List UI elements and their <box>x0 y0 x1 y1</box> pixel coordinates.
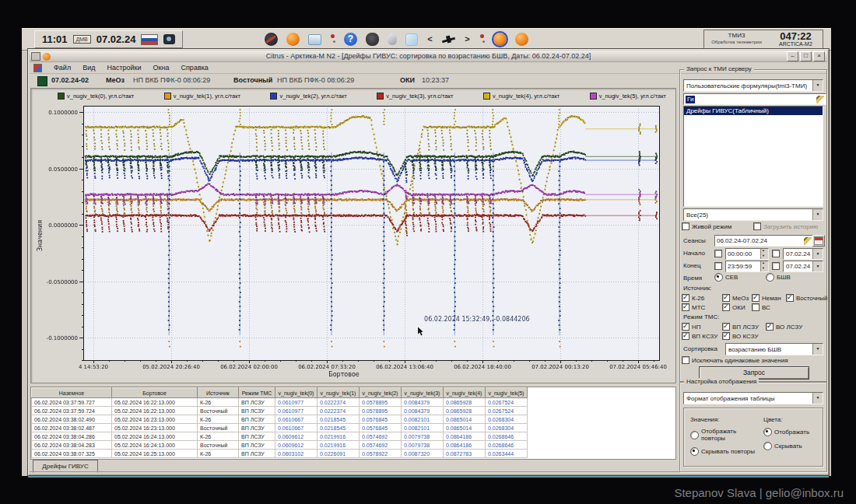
column-header[interactable]: v_nugiv_tek(4) <box>444 388 486 398</box>
radio-option[interactable]: Скрывать <box>763 442 819 450</box>
mouse-icon[interactable] <box>388 33 397 45</box>
checkbox-option[interactable]: Живой режим <box>682 222 753 230</box>
table-row[interactable]: 06.02.2024 03:38:07.32505.02.2024 16:25:… <box>32 450 528 458</box>
checkbox-option[interactable]: К-26 <box>682 294 722 302</box>
radio-option[interactable]: СЕВ <box>714 273 766 282</box>
checkbox-option[interactable]: Загрузить историю <box>753 222 825 230</box>
checkbox-option[interactable]: ВО ЛСЗУ <box>766 323 809 331</box>
checkbox-icon[interactable] <box>682 294 689 302</box>
column-header[interactable]: Наземное <box>32 388 112 398</box>
checkbox-icon[interactable] <box>682 222 689 230</box>
minimize-button[interactable] <box>787 51 798 61</box>
list-item-selected[interactable]: Дрейфы ГИВУС(Табличный) <box>684 107 823 115</box>
column-header[interactable]: v_nugiv_tek(0) <box>275 388 317 398</box>
radio-option[interactable]: Скрывать повторы <box>690 447 760 456</box>
start-date-select[interactable]: 07.02.24 <box>783 248 823 260</box>
checkbox-option[interactable]: ВС <box>752 303 775 311</box>
column-header[interactable]: Источник <box>198 388 239 398</box>
all-select[interactable]: Все(25) <box>683 208 823 221</box>
start-date-checkbox[interactable] <box>772 250 780 257</box>
checkbox-option[interactable]: ВП ЛСЗУ <box>722 323 766 331</box>
checkbox-icon[interactable] <box>722 303 730 311</box>
folder-icon[interactable] <box>308 34 321 45</box>
title-bar[interactable]: Citrus - Арктика-М N2 - [Дрейфы ГИВУС: с… <box>30 51 827 62</box>
dropdown-arrow-icon[interactable] <box>812 393 823 404</box>
close-button[interactable] <box>813 51 825 61</box>
radio-icon[interactable] <box>690 447 699 456</box>
column-header[interactable]: Режим ТМС <box>239 388 275 398</box>
column-header[interactable]: v_nugiv_tek(5) <box>486 388 528 398</box>
column-header[interactable]: v_nugiv_tek(2) <box>360 388 402 398</box>
checkbox-icon[interactable] <box>753 222 761 230</box>
radio-icon[interactable] <box>714 273 723 282</box>
radio-icon[interactable] <box>690 431 699 439</box>
clear-filter-icon[interactable] <box>816 96 824 103</box>
checkbox-icon[interactable] <box>752 303 760 311</box>
start-time-checkbox[interactable] <box>714 250 722 257</box>
menu-help[interactable]: Справка <box>181 64 209 72</box>
checkbox-option[interactable]: Восточный <box>786 294 826 302</box>
menu-settings[interactable]: Настройки <box>107 64 141 72</box>
spinner-arrows-icon[interactable] <box>760 261 768 271</box>
start-time-spinner[interactable]: 00:00:00 <box>725 248 769 260</box>
radio-icon[interactable] <box>763 428 772 436</box>
checkbox-option[interactable]: ОКИ <box>722 303 752 311</box>
checkbox-option[interactable]: Неман <box>752 294 786 302</box>
checkbox-icon[interactable] <box>682 303 689 311</box>
dropdown-arrow-icon[interactable] <box>812 209 823 220</box>
column-header[interactable]: v_nugiv_tek(3) <box>402 388 444 398</box>
satellite-icon[interactable] <box>442 33 455 46</box>
pin-icon-2[interactable] <box>479 33 485 46</box>
dropdown-arrow-icon[interactable] <box>812 261 823 271</box>
end-date-checkbox[interactable] <box>772 262 780 270</box>
sort-select[interactable]: возрастанию БШВ <box>725 343 823 355</box>
end-time-spinner[interactable]: 23:59:59 <box>725 261 769 272</box>
table-row[interactable]: 06.02.2024 03:38:02.48705.02.2024 16:23:… <box>32 424 528 432</box>
checkbox-icon[interactable] <box>722 294 730 302</box>
checkbox-icon[interactable] <box>786 294 794 302</box>
checkbox-option[interactable]: ВП КСЗУ <box>682 332 722 340</box>
table-row[interactable]: 06.02.2024 03:38:04.28605.02.2024 16:24:… <box>32 432 528 441</box>
checkbox-option[interactable]: МеОз <box>722 294 752 302</box>
filter-input[interactable]: Ги <box>683 93 826 105</box>
pin-icon[interactable] <box>330 33 335 46</box>
radio-option[interactable]: Отображать повторы <box>690 428 760 442</box>
radio-option[interactable]: Отображать <box>763 428 819 436</box>
radio-option[interactable]: БШВ <box>766 273 805 282</box>
formulary-list[interactable]: Дрейфы ГИВУС(Табличный) <box>683 106 823 207</box>
table-row[interactable]: 06.02.2024 03:38:04.28305.02.2024 16:24:… <box>32 441 528 450</box>
calendar-button[interactable] <box>812 235 825 247</box>
maximize-button[interactable] <box>800 51 812 61</box>
record-icon[interactable] <box>265 33 278 46</box>
table-row[interactable]: 06.02.2024 03:37:59.72705.02.2024 16:22:… <box>32 398 528 407</box>
telemetry-table[interactable]: НаземноеБортовоеИсточникРежим ТМСv_nugiv… <box>30 387 676 460</box>
table-row[interactable]: 06.02.2024 03:37:59.72405.02.2024 16:22:… <box>32 407 528 415</box>
radio-icon[interactable] <box>763 442 772 450</box>
back-arrow-icon[interactable]: < <box>426 33 433 46</box>
checkbox-option[interactable]: ВО КСЗУ <box>722 332 766 340</box>
checkbox-option[interactable]: НП <box>682 323 722 331</box>
checkbox-icon[interactable] <box>682 356 689 364</box>
dropdown-arrow-icon[interactable] <box>812 344 823 355</box>
end-date-select[interactable]: 07.02.24 <box>783 261 823 272</box>
checkbox-option[interactable]: МТС <box>682 303 722 311</box>
checkbox-icon[interactable] <box>682 323 689 331</box>
drift-chart-canvas[interactable] <box>33 103 674 380</box>
checkbox-icon[interactable] <box>722 323 730 331</box>
clear-sessions-icon[interactable] <box>804 237 812 245</box>
bug-icon[interactable] <box>366 33 379 46</box>
formulary-select[interactable]: Пользовательские формуляры(tmi3-ТМИ) <box>683 79 823 92</box>
checkbox-icon[interactable] <box>752 294 760 302</box>
checkbox-option[interactable]: Исключать одинаковые значения <box>682 356 823 364</box>
orange-app-icon-2[interactable] <box>515 33 528 46</box>
spinner-arrows-icon[interactable] <box>760 249 768 259</box>
dropdown-arrow-icon[interactable] <box>812 80 823 91</box>
format-select[interactable]: Формат отображения таблицы <box>683 392 823 404</box>
help-icon[interactable]: ? <box>344 33 357 46</box>
radio-icon[interactable] <box>766 273 774 282</box>
orange-app-icon[interactable] <box>286 33 300 46</box>
orange-app-active-icon[interactable] <box>493 33 507 46</box>
checkbox-icon[interactable] <box>722 332 730 340</box>
end-time-checkbox[interactable] <box>714 262 722 270</box>
menu-file[interactable]: Файл <box>54 64 71 72</box>
